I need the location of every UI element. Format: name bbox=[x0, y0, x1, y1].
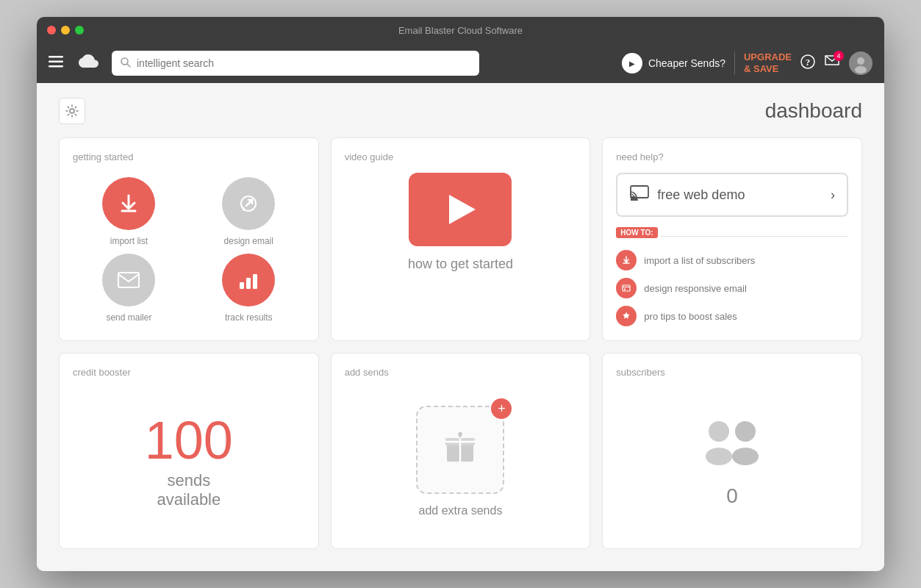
minimize-button[interactable] bbox=[61, 26, 70, 35]
video-guide-title: video guide bbox=[345, 151, 577, 162]
message-badge: 4 bbox=[834, 51, 844, 61]
svg-point-28 bbox=[706, 448, 732, 465]
add-sends-card: add sends + bbox=[331, 353, 591, 549]
svg-text:?: ? bbox=[806, 57, 811, 68]
how-to-badge: HOW TO: bbox=[616, 227, 657, 238]
close-button[interactable] bbox=[47, 26, 56, 35]
video-guide-card: video guide how to get started bbox=[331, 137, 591, 341]
messages-icon[interactable]: 4 bbox=[824, 54, 840, 73]
how-to-section: HOW TO: import a list of subscribers bbox=[616, 227, 848, 326]
import-list-item[interactable]: import list bbox=[73, 177, 185, 246]
credit-booster-title: credit booster bbox=[73, 367, 305, 378]
maximize-button[interactable] bbox=[75, 26, 84, 35]
people-icon bbox=[695, 415, 769, 477]
cheaper-label: Cheaper Sends? bbox=[648, 57, 725, 69]
howto-item-1[interactable]: import a list of subscribers bbox=[616, 250, 848, 270]
svg-rect-17 bbox=[253, 274, 257, 289]
design-email-icon bbox=[222, 177, 275, 230]
title-bar: Email Blaster Cloud Software bbox=[37, 17, 884, 43]
svg-line-4 bbox=[127, 64, 130, 67]
svg-point-8 bbox=[857, 57, 864, 65]
how-to-line: HOW TO: bbox=[616, 227, 848, 245]
need-help-card: need help? free web demo bbox=[602, 137, 862, 341]
main-content: dashboard getting started import bbox=[37, 83, 884, 571]
demo-label: free web demo bbox=[657, 187, 745, 203]
getting-started-card: getting started import list bbox=[59, 137, 319, 341]
how-to-divider bbox=[661, 236, 848, 237]
svg-rect-15 bbox=[240, 282, 244, 289]
app-window: Email Blaster Cloud Software bbox=[37, 17, 884, 571]
send-mailer-label: send mailer bbox=[106, 312, 151, 323]
window-title: Email Blaster Cloud Software bbox=[398, 25, 523, 36]
help-icon[interactable]: ? bbox=[800, 54, 815, 72]
cheaper-sends[interactable]: ▶ Cheaper Sends? bbox=[622, 53, 725, 74]
demo-btn-content: free web demo bbox=[629, 184, 745, 205]
add-sends-box[interactable]: + bbox=[416, 406, 504, 494]
track-results-icon bbox=[222, 254, 275, 306]
howto-icon-2 bbox=[616, 278, 637, 298]
send-mailer-icon bbox=[102, 254, 155, 306]
subscribers-card: subscribers 0 bbox=[602, 353, 862, 549]
nav-right: ▶ Cheaper Sends? UPGRADE & SAVE ? 4 bbox=[622, 51, 872, 75]
svg-point-9 bbox=[855, 66, 867, 74]
sends-label: sendsavailable bbox=[157, 471, 221, 509]
howto-item-3[interactable]: pro tips to boost sales bbox=[616, 306, 848, 326]
search-box[interactable] bbox=[112, 51, 479, 76]
svg-rect-1 bbox=[49, 60, 63, 62]
hamburger-icon[interactable] bbox=[49, 56, 63, 71]
cloud-icon[interactable] bbox=[75, 52, 100, 74]
sends-count: 100 bbox=[145, 414, 233, 467]
subscribers-content: 0 bbox=[616, 388, 848, 535]
svg-rect-0 bbox=[49, 56, 63, 58]
need-help-title: need help? bbox=[616, 151, 848, 162]
svg-point-30 bbox=[732, 448, 759, 465]
howto-item-2[interactable]: design responsive email bbox=[616, 278, 848, 298]
credit-booster-card: credit booster 100 sendsavailable bbox=[59, 353, 319, 549]
add-sends-label: add extra sends bbox=[419, 504, 503, 517]
gift-icon bbox=[441, 428, 479, 473]
howto-list: import a list of subscribers design res bbox=[616, 250, 848, 326]
video-thumbnail[interactable] bbox=[409, 173, 512, 246]
subscriber-count: 0 bbox=[726, 484, 738, 508]
svg-rect-16 bbox=[246, 278, 251, 289]
track-results-label: track results bbox=[225, 312, 273, 323]
dashboard-grid: getting started import list bbox=[59, 137, 862, 549]
video-content: how to get started bbox=[345, 173, 577, 272]
upgrade-button[interactable]: UPGRADE & SAVE bbox=[734, 51, 792, 74]
settings-button[interactable] bbox=[59, 98, 85, 124]
free-web-demo-button[interactable]: free web demo › bbox=[616, 173, 848, 217]
howto-icon-3 bbox=[616, 306, 637, 326]
import-list-icon bbox=[102, 177, 155, 230]
howto-text-3: pro tips to boost sales bbox=[644, 311, 737, 322]
getting-started-title: getting started bbox=[73, 151, 305, 162]
add-sends-content: + add extra sends bbox=[345, 388, 577, 535]
svg-rect-22 bbox=[624, 289, 626, 290]
import-list-label: import list bbox=[110, 236, 148, 246]
howto-icon-1 bbox=[616, 250, 637, 270]
getting-started-grid: import list design email bbox=[73, 173, 305, 327]
howto-text-2: design responsive email bbox=[644, 283, 746, 294]
svg-point-10 bbox=[70, 109, 74, 113]
video-label: how to get started bbox=[408, 257, 513, 272]
search-input[interactable] bbox=[137, 57, 470, 69]
send-mailer-item[interactable]: send mailer bbox=[73, 254, 185, 323]
top-bar: dashboard bbox=[59, 98, 862, 124]
svg-rect-20 bbox=[623, 285, 630, 291]
navbar: ▶ Cheaper Sends? UPGRADE & SAVE ? 4 bbox=[37, 43, 884, 83]
svg-line-13 bbox=[243, 208, 244, 210]
track-results-item[interactable]: track results bbox=[193, 254, 305, 323]
svg-point-29 bbox=[735, 421, 756, 442]
svg-point-27 bbox=[709, 421, 729, 442]
user-avatar[interactable] bbox=[849, 51, 872, 75]
credit-content: 100 sendsavailable bbox=[73, 388, 305, 535]
design-email-label: design email bbox=[224, 236, 273, 246]
page-title: dashboard bbox=[765, 99, 862, 123]
cast-icon bbox=[629, 184, 650, 205]
svg-rect-18 bbox=[631, 186, 648, 198]
chevron-right-icon: › bbox=[831, 187, 835, 203]
traffic-lights bbox=[47, 26, 84, 35]
design-email-item[interactable]: design email bbox=[193, 177, 305, 246]
subscribers-title: subscribers bbox=[616, 367, 848, 378]
howto-text-1: import a list of subscribers bbox=[644, 255, 755, 266]
svg-rect-14 bbox=[118, 273, 139, 287]
